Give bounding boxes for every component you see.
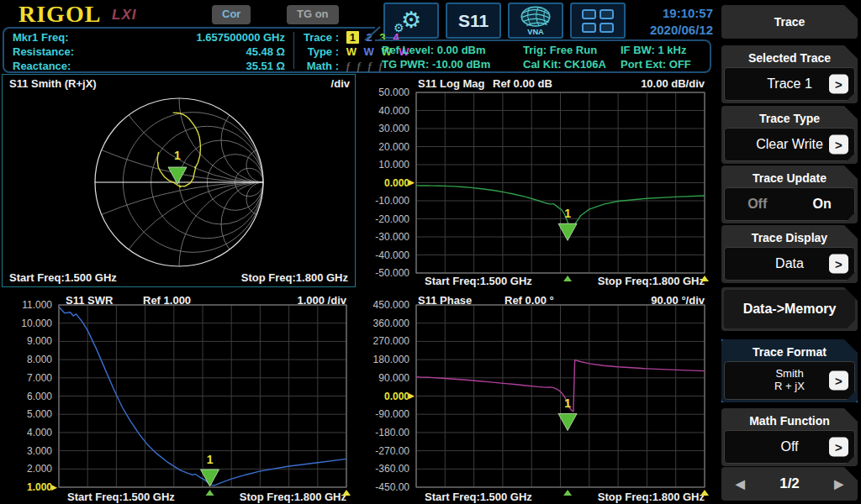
menu-title-trace: Trace [721,5,858,39]
type-row-label: Type : [300,45,339,58]
port-extension: Port Ext: OFF [621,58,691,71]
marker-freq-tick [563,276,572,281]
chevron-right-icon[interactable]: > [829,75,848,94]
type2: W [364,45,374,58]
system-info-bar: Ref Level: 0.00 dBm TG PWR: -10.00 dBm T… [375,39,711,73]
reactance-value: 35.51 Ω [246,60,285,72]
page-indicator: 1/2 [779,475,800,492]
s11-measurement-button[interactable]: S11 [446,3,501,39]
axis-tick-label: -180.00 [357,427,409,438]
phase-panel: S11 Phase Ref 0.00 ° 90.00 °/div Start F… [357,292,715,504]
axis-tick-label: 10.000 [0,318,52,329]
axis-tick-label: 5.000 [0,408,52,420]
softkey-trace-type[interactable]: Trace Type Clear Write > [721,106,858,164]
softkey-trace-format[interactable]: Trace Format Smith R + jX > [721,339,858,402]
axis-tick-label: 0.000 [357,391,409,402]
trace-type-value: Clear Write [756,137,823,152]
softkey-menu: Trace Selected Trace Trace 1 > Trace Typ… [721,0,859,504]
s11-label: S11 [458,11,489,31]
chevron-right-icon[interactable]: > [829,135,848,155]
axis-tick-label: -450.00 [357,481,409,493]
type1: W [346,45,357,58]
selected-trace-value: Trace 1 [767,76,812,92]
menu-title-label: Trace [724,8,855,36]
page-prev-icon[interactable]: ◀ [736,477,745,491]
softkey-pager[interactable]: ◀ 1/2 ▶ [721,467,858,501]
tracking-gen-status-chip: TG on [287,5,339,24]
date: 2020/06/12 [605,22,713,39]
axis-tick-label: -30.000 [357,231,409,243]
marker-1-triangle[interactable] [201,470,219,486]
lxi-logo: LXI [112,7,136,24]
marker-1-label: 1 [202,453,219,466]
trace-row-label: Trace : [300,31,339,44]
marker-freq-tick [206,490,214,496]
chevron-right-icon[interactable]: > [829,438,848,457]
axis-tick-label: -20.000 [357,213,409,225]
smith-plot [3,75,355,286]
softkey-trace-update[interactable]: Trace Update Off On [721,165,858,223]
softkey-math-function[interactable]: Math Function Off > [721,408,858,466]
vna-mode-button[interactable]: VNA [508,3,563,39]
trace-format-value-line2: R + jX [774,381,805,393]
clock: 19:10:57 2020/06/12 [605,5,713,38]
tg-power: TG PWR: -10.00 dBm [382,58,490,71]
axis-tick-label: 450.000 [357,299,409,311]
axis-tick-label: 40.000 [357,105,409,117]
math2: f [357,60,361,73]
trigger-status: Trig: Free Run [523,44,597,56]
axis-tick-label: -270.00 [357,445,409,457]
softkey-data-to-memory[interactable]: Data->Memory [721,287,858,331]
axis-tick-label: 10.000 [357,159,409,171]
trace-type-label: Trace Type [724,108,855,128]
resistance-value: 45.48 Ω [246,45,285,58]
axis-tick-label: 180.000 [357,354,409,365]
math-row-label: Math : [300,60,339,72]
math-function-label: Math Function [724,411,855,430]
marker-1-triangle[interactable] [558,223,577,240]
softkey-trace-display[interactable]: Trace Display Data > [721,225,858,283]
axis-tick-label: 20.000 [357,141,409,153]
if-bandwidth: IF BW: 1 kHz [621,44,687,56]
marker-freq-tick [563,490,572,496]
chevron-right-icon[interactable]: > [829,255,848,274]
axis-tick-label: 360.000 [357,318,409,329]
axis-tick-label: 2.000 [0,463,52,475]
trace-update-off[interactable]: Off [747,197,767,212]
marker-1-label: 1 [559,396,576,410]
trace-format-value-line1: Smith [774,368,805,381]
logmag-panel: S11 Log Mag Ref 0.00 dB 10.00 dB/div Sta… [357,74,715,287]
axis-tick-label: -50.000 [357,267,409,279]
chevron-right-icon[interactable]: > [829,371,848,391]
trace-display-label: Trace Display [724,228,855,247]
panel-swr-plot [0,292,357,504]
ref-level-arrow-icon: ▶ [409,179,415,186]
axis-tick-label: 30.000 [357,123,409,134]
axis-tick-label: -90.000 [357,408,409,420]
page-next-icon[interactable]: ▶ [834,477,843,491]
math-function-value: Off [780,439,798,454]
trace-display-value: Data [775,256,804,271]
resistance-label: Resistance: [13,45,74,58]
axis-tick-label: 3.000 [0,445,52,457]
rigol-logo: RIGOL [18,1,101,28]
axis-tick-label: -40.000 [357,249,409,261]
axis-tick-label: -10.000 [357,195,409,207]
trace-update-on[interactable]: On [813,197,832,212]
softkey-selected-trace[interactable]: Selected Trace Trace 1 > [721,45,858,103]
selected-trace-label: Selected Trace [724,48,855,67]
swr-panel: S11 SWR Ref 1.000 1.000 /div Start Freq:… [0,292,357,504]
stop-freq-tick [342,490,351,496]
axis-tick-label: 7.000 [0,372,52,384]
reactance-label: Reactance: [13,60,71,72]
axis-tick-label: 4.000 [0,427,52,438]
stop-freq-tick [700,490,709,496]
mkr1-freq-label: Mkr1 Freq: [13,31,68,44]
marker-1-triangle[interactable] [558,413,577,430]
axis-tick-label: 11.000 [0,299,52,311]
smith-chart-panel: S11 Smith (R+jX) /div Start Freq:1.500 G… [2,74,356,287]
marker-info-bar: Mkr1 Freq: 1.657500000 GHz Resistance: 4… [3,27,375,73]
marker-1-label: 1 [169,149,186,162]
svg-text:VNA: VNA [527,28,544,36]
trace1-badge[interactable]: 1 [346,31,359,44]
